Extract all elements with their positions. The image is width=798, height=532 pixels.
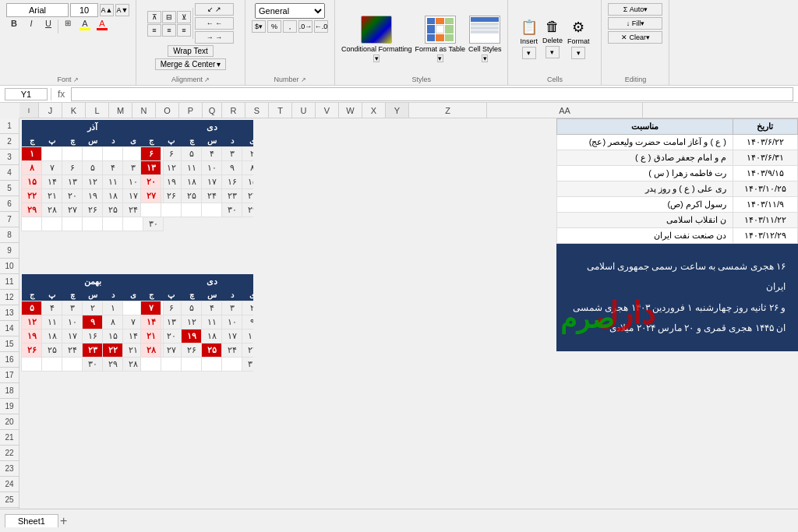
col-header-aa[interactable]: AA: [487, 103, 643, 118]
col-header-y[interactable]: Y: [386, 103, 409, 118]
col-header-u[interactable]: U: [292, 103, 316, 118]
percent-btn[interactable]: %: [267, 20, 281, 33]
col-header-w[interactable]: W: [339, 103, 362, 118]
row-2[interactable]: 2: [0, 134, 19, 150]
indent-decrease[interactable]: ← ←: [195, 17, 234, 30]
col-header-s[interactable]: S: [245, 103, 269, 118]
holiday-date-4[interactable]: ۱۴۰۳/۱۰/۲۵: [733, 181, 797, 197]
merge-center-button[interactable]: Merge & Center ▾: [155, 58, 227, 70]
col-header-z[interactable]: Z: [409, 103, 487, 118]
holiday-date-5[interactable]: ۱۴۰۳/۱۱/۹: [733, 197, 797, 213]
col-header-x[interactable]: X: [362, 103, 386, 118]
col-header-m[interactable]: M: [109, 103, 132, 118]
cell-reference-input[interactable]: [5, 88, 48, 100]
table-dropdown[interactable]: ▾: [437, 55, 443, 62]
row-5[interactable]: 5: [0, 181, 19, 196]
align-center[interactable]: ≡: [162, 24, 176, 37]
cell-styles-dropdown[interactable]: ▾: [482, 55, 488, 62]
holiday-date-7[interactable]: ۱۴۰۳/۱۲/۲۹: [733, 228, 797, 244]
row-12[interactable]: 12: [0, 290, 19, 305]
col-header-t[interactable]: T: [269, 103, 292, 118]
align-left[interactable]: ≡: [147, 24, 161, 37]
font-size-increase[interactable]: A▲: [100, 4, 114, 16]
clear-btn[interactable]: ✕ Clear▾: [608, 31, 662, 44]
font-name-input[interactable]: [6, 3, 69, 17]
font-size-input[interactable]: [70, 3, 98, 17]
row-11[interactable]: 11: [0, 274, 19, 290]
row-9[interactable]: 9: [0, 243, 19, 259]
comma-btn[interactable]: ,: [283, 20, 297, 33]
underline-button[interactable]: U: [41, 19, 56, 34]
indent-increase[interactable]: → →: [195, 31, 234, 44]
row-23[interactable]: 23: [0, 461, 19, 477]
holiday-date-2[interactable]: ۱۴۰۳/۶/۳۱: [733, 150, 797, 166]
col-header-v[interactable]: V: [316, 103, 339, 118]
row-15[interactable]: 15: [0, 336, 19, 352]
holiday-date-3[interactable]: ۱۴۰۳/۹/۱۵: [733, 166, 797, 181]
formula-input[interactable]: [71, 87, 793, 101]
row-18[interactable]: 18: [0, 383, 19, 399]
holiday-date-1[interactable]: ۱۴۰۳/۶/۲۲: [733, 135, 797, 150]
holiday-date-6[interactable]: ۱۴۰۳/۱۱/۲۲: [733, 213, 797, 228]
col-header-o[interactable]: O: [156, 103, 179, 118]
font-size-decrease[interactable]: A▼: [115, 4, 129, 16]
col-header-n[interactable]: N: [132, 103, 156, 118]
row-7[interactable]: 7: [0, 212, 19, 227]
row-1[interactable]: 1: [0, 118, 19, 134]
merge-dropdown-icon[interactable]: ▾: [217, 60, 221, 69]
number-group-expand[interactable]: ↗: [301, 76, 306, 83]
col-header-k[interactable]: K: [62, 103, 86, 118]
row-headers: 1 2 3 4 5 6 7 8 9 10 11 12 13 14 15 16 1…: [0, 118, 19, 509]
row-16[interactable]: 16: [0, 352, 19, 368]
text-direction-btn[interactable]: ↙ ↗: [195, 3, 234, 16]
col-header-j[interactable]: J: [39, 103, 62, 118]
font-color-button[interactable]: A: [94, 19, 110, 34]
row-3[interactable]: 3: [0, 150, 19, 165]
italic-button[interactable]: I: [23, 19, 39, 34]
row-26[interactable]: 26: [0, 508, 19, 509]
col-header-i[interactable]: I: [19, 103, 39, 118]
sheet-tab-sheet1[interactable]: Sheet1: [5, 514, 58, 527]
info-banner: ۱۶ هجری شمسی به ساعت رسمی جمهوری اسلامی …: [556, 244, 798, 351]
row-4[interactable]: 4: [0, 165, 19, 181]
border-button[interactable]: ⊞: [60, 19, 76, 34]
insert-dropdown[interactable]: ▾: [522, 47, 536, 59]
col-header-l[interactable]: L: [86, 103, 109, 118]
row-21[interactable]: 21: [0, 430, 19, 446]
row-13[interactable]: 13: [0, 305, 19, 321]
row-6[interactable]: 6: [0, 196, 19, 212]
holiday-event-5: رسول اکرم (ص): [557, 197, 733, 213]
wrap-text-button[interactable]: Wrap Text: [168, 45, 214, 57]
row-25[interactable]: 25: [0, 492, 19, 508]
fill-btn[interactable]: ↓ Fill▾: [608, 17, 662, 30]
auto-sum-btn[interactable]: Σ Auto▾: [608, 3, 662, 16]
delete-dropdown[interactable]: ▾: [546, 46, 560, 58]
format-dropdown[interactable]: ▾: [571, 47, 585, 59]
font-group-expand[interactable]: ↗: [73, 76, 79, 83]
add-sheet-button[interactable]: +: [60, 514, 67, 528]
col-header-p[interactable]: P: [179, 103, 203, 118]
fill-color-button[interactable]: A: [77, 19, 93, 34]
align-top[interactable]: ⊼: [147, 11, 161, 23]
align-bottom[interactable]: ⊻: [177, 11, 191, 23]
row-10[interactable]: 10: [0, 259, 19, 274]
number-format-select[interactable]: General Number Currency Date Text: [255, 3, 325, 19]
bold-button[interactable]: B: [6, 19, 22, 34]
conditional-dropdown[interactable]: ▾: [373, 55, 380, 62]
alignment-group-expand[interactable]: ↗: [204, 76, 210, 83]
row-17[interactable]: 17: [0, 368, 19, 383]
row-24[interactable]: 24: [0, 477, 19, 492]
row-14[interactable]: 14: [0, 321, 19, 336]
currency-btn[interactable]: $▾: [252, 20, 266, 33]
row-22[interactable]: 22: [0, 446, 19, 461]
row-19[interactable]: 19: [0, 399, 19, 414]
align-middle[interactable]: ⊟: [162, 11, 176, 23]
decimal-increase-btn[interactable]: .0→: [298, 20, 312, 33]
formula-separator: [51, 88, 51, 100]
col-header-r[interactable]: R: [222, 103, 245, 118]
row-8[interactable]: 8: [0, 227, 19, 243]
align-right[interactable]: ≡: [177, 24, 191, 37]
col-header-q[interactable]: Q: [203, 103, 222, 118]
decimal-decrease-btn[interactable]: ←.0: [314, 20, 328, 33]
row-20[interactable]: 20: [0, 414, 19, 430]
